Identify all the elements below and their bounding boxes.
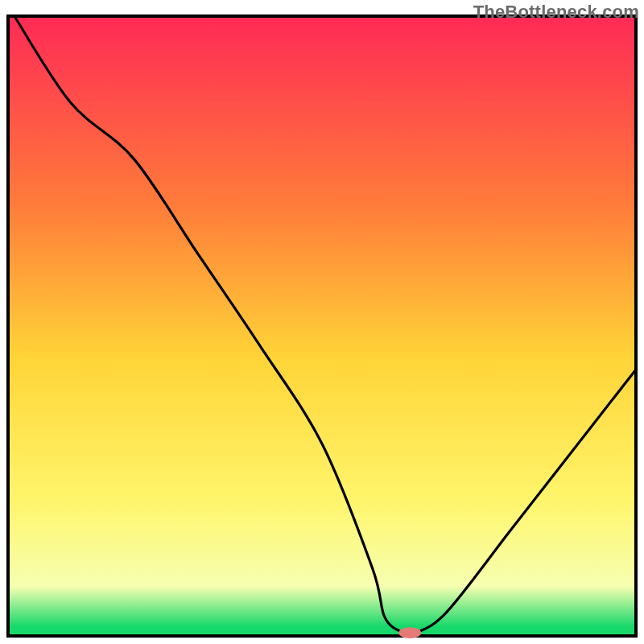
watermark-text: TheBottleneck.com bbox=[473, 2, 639, 23]
chart-svg bbox=[0, 0, 644, 644]
bottleneck-chart: TheBottleneck.com bbox=[0, 0, 644, 644]
plot-area bbox=[8, 16, 636, 636]
bottleneck-marker bbox=[398, 627, 421, 638]
